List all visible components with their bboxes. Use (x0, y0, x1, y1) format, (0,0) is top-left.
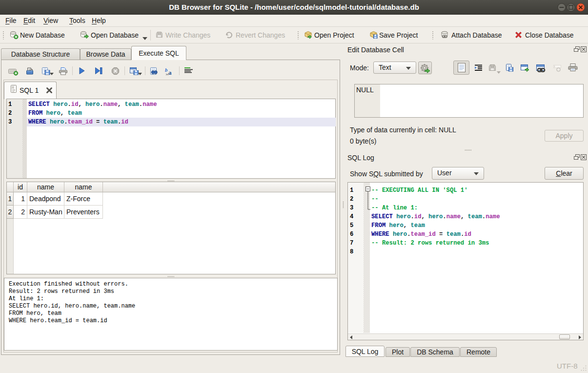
svg-text:b: b (165, 67, 168, 73)
svg-text:a: a (168, 69, 172, 76)
